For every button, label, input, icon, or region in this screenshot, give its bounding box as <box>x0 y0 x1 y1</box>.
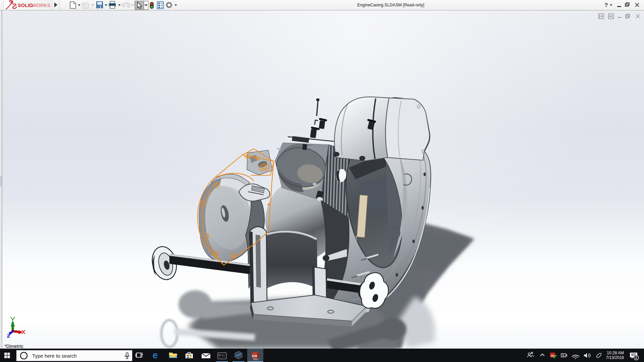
svg-text:2: 2 <box>635 356 637 360</box>
svg-text:SW: SW <box>252 354 258 358</box>
svg-text:2017: 2017 <box>253 358 259 360</box>
svg-text:SOLID: SOLID <box>18 3 33 8</box>
svg-text:?: ? <box>604 2 608 8</box>
svg-text:WORKS: WORKS <box>32 3 50 8</box>
svg-text:sw: sw <box>551 354 554 357</box>
svg-text:C:\_: C:\_ <box>219 354 225 357</box>
svg-text:e: e <box>153 350 158 360</box>
